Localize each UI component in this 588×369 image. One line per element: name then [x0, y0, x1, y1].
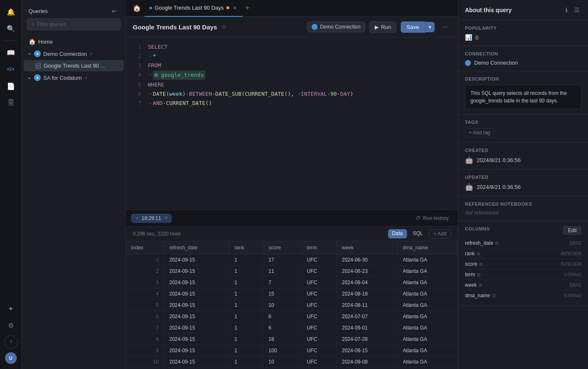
- save-dropdown-button[interactable]: ▾: [425, 22, 435, 32]
- popularity-value: 0: [475, 34, 478, 41]
- cell-term: UFC: [302, 322, 336, 334]
- cell-refresh_date: 2024-09-15: [164, 288, 229, 300]
- connection-badge[interactable]: Demo Connection: [307, 21, 365, 32]
- star-button[interactable]: ☆: [221, 24, 227, 30]
- columns-label: Columns: [465, 226, 490, 231]
- copy-column-icon[interactable]: ⧉: [492, 293, 496, 298]
- created-label: Created: [465, 148, 581, 153]
- add-tag-button[interactable]: + Add tag: [465, 128, 494, 137]
- column-type: INTEGER: [561, 262, 581, 267]
- copy-column-icon[interactable]: ⧉: [477, 251, 480, 256]
- cell-rank: 1: [229, 345, 263, 356]
- rp-connection-dot: [465, 60, 471, 66]
- column-name: term ⧉: [465, 272, 480, 277]
- cell-refresh_date: 2024-09-15: [164, 368, 229, 369]
- cell-score: 7: [263, 277, 302, 288]
- result-tab[interactable]: ✓ 18:29:11 ✕: [131, 214, 172, 223]
- settings-icon[interactable]: ⚙: [4, 319, 18, 332]
- queries-header: Queries ⇤: [22, 0, 126, 18]
- search-icon[interactable]: 🔍: [4, 22, 18, 35]
- result-close-button[interactable]: ✕: [164, 215, 168, 221]
- cell-week: 2024-08-11: [337, 300, 398, 311]
- referenced-notebooks-section: Referenced notebooks Not referenced: [458, 196, 588, 221]
- cell-rank: 1: [229, 356, 263, 368]
- collapse-button[interactable]: ⇤: [110, 7, 119, 15]
- add-tab-button[interactable]: +: [243, 1, 252, 15]
- bar-chart-icon: 📊: [465, 34, 472, 41]
- more-options-button[interactable]: ···: [439, 21, 451, 33]
- filter-input-wrapper[interactable]: ≡: [27, 18, 121, 30]
- updated-date-row: 🤖 2024/8/21 0:36:56: [465, 183, 581, 191]
- book-icon[interactable]: 📖: [4, 46, 18, 59]
- popularity-label: Popularity: [465, 26, 581, 31]
- code-icon[interactable]: </>: [4, 63, 18, 76]
- view-data-button[interactable]: Data: [388, 229, 407, 238]
- nav-home-label: Home: [38, 39, 53, 45]
- filter-bar: ≡: [22, 18, 126, 34]
- description-label: Description: [465, 76, 581, 81]
- copy-column-icon[interactable]: ⧉: [479, 283, 482, 288]
- copy-column-icon[interactable]: ⧉: [477, 272, 480, 277]
- results-tab-bar: ✓ 18:29:11 ✕ ⏱ Run history: [126, 210, 458, 227]
- nav-demo-connection[interactable]: ▾ ● Demo Connection ✓: [24, 48, 124, 60]
- sql-line-1: 1 SELECT: [126, 42, 458, 52]
- nav-sa-codatum[interactable]: ▸ ● SA for Codatum ✓: [24, 72, 124, 84]
- integrations-icon[interactable]: ✦: [4, 302, 18, 315]
- cell-index: 8: [126, 334, 164, 345]
- cell-refresh_date: 2024-09-15: [164, 277, 229, 288]
- file-icon[interactable]: 📄: [4, 79, 18, 93]
- right-panel-title: About this query: [465, 7, 560, 13]
- cell-week: 2024-09-15: [337, 345, 398, 356]
- data-table-wrap[interactable]: Index refresh_date rank score term week …: [126, 241, 458, 369]
- edit-columns-button[interactable]: Edit: [563, 226, 581, 235]
- view-sql-button[interactable]: SQL: [409, 229, 427, 238]
- tab-google-trends[interactable]: Google Trends Last 90 Days ✕: [144, 0, 243, 17]
- table-row: 3 2024-09-15 1 7 UFC 2024-08-04 Atlanta …: [126, 277, 458, 288]
- nav-google-trends[interactable]: Google Trends Last 90 ...: [24, 60, 124, 71]
- cell-week: 2024-06-23: [337, 266, 398, 277]
- table-row: 5 2024-09-15 1 10 UFC 2024-08-11 Atlanta…: [126, 300, 458, 311]
- copy-column-icon[interactable]: ⧉: [495, 241, 499, 246]
- cell-rank: 1: [229, 311, 263, 322]
- connection-dot: [312, 24, 318, 30]
- col-header-dma_name: dma_name: [398, 241, 458, 254]
- connection-display: Demo Connection: [465, 60, 581, 66]
- help-icon[interactable]: ?: [4, 335, 18, 349]
- bell-icon[interactable]: 🔔: [4, 5, 18, 18]
- nav-home[interactable]: 🏠 Home: [24, 36, 124, 47]
- tab-close-button[interactable]: ✕: [232, 4, 238, 12]
- cell-term: UFC: [302, 254, 336, 266]
- created-date-value: 2024/8/21 0:36:56: [477, 157, 521, 163]
- cell-refresh_date: 2024-09-15: [164, 322, 229, 334]
- cell-index: 6: [126, 311, 164, 322]
- home-tab-button[interactable]: 🏠: [129, 1, 144, 16]
- cell-index: 3: [126, 277, 164, 288]
- copy-column-icon[interactable]: ⧉: [479, 262, 483, 267]
- cell-week: 2024-09-01: [337, 322, 398, 334]
- cell-rank: 1: [229, 266, 263, 277]
- sa-connection-icon: ●: [34, 74, 41, 81]
- column-row: refresh_date ⧉ DATE: [465, 238, 581, 249]
- cell-week: 2024-09-08: [337, 356, 398, 368]
- avatar[interactable]: U: [5, 352, 17, 364]
- run-history-button[interactable]: ⏱ Run history: [412, 214, 453, 223]
- run-button[interactable]: ▶ Run: [369, 21, 396, 33]
- filter-queries-input[interactable]: [37, 21, 116, 27]
- nav-google-trends-label: Google Trends Last 90 ...: [44, 63, 105, 69]
- run-history-label: Run history: [423, 215, 449, 221]
- sql-editor[interactable]: 1 SELECT 2 ·* 3 FROM 4 ·⊞ google_trends …: [126, 37, 458, 209]
- table-row: 9 2024-09-15 1 100 UFC 2024-09-15 Atlant…: [126, 345, 458, 356]
- save-button[interactable]: Save: [401, 21, 425, 33]
- info-icon-button[interactable]: ℹ: [564, 5, 569, 15]
- list-icon-button[interactable]: ☰: [572, 5, 581, 15]
- add-chart-button[interactable]: + Add: [429, 229, 451, 238]
- sql-line-3: 3 FROM: [126, 61, 458, 70]
- cell-week: 2024-07-07: [337, 311, 398, 322]
- database-icon[interactable]: 🗄: [4, 96, 18, 110]
- cell-dma_name: Atlanta GA: [398, 288, 458, 300]
- cell-term: UFC: [302, 300, 336, 311]
- cell-rank: 1: [229, 334, 263, 345]
- run-icon: ▶: [375, 24, 379, 30]
- description-box[interactable]: This SQL query selects all records from …: [465, 85, 581, 109]
- tags-section: Tags + Add tag: [458, 115, 588, 143]
